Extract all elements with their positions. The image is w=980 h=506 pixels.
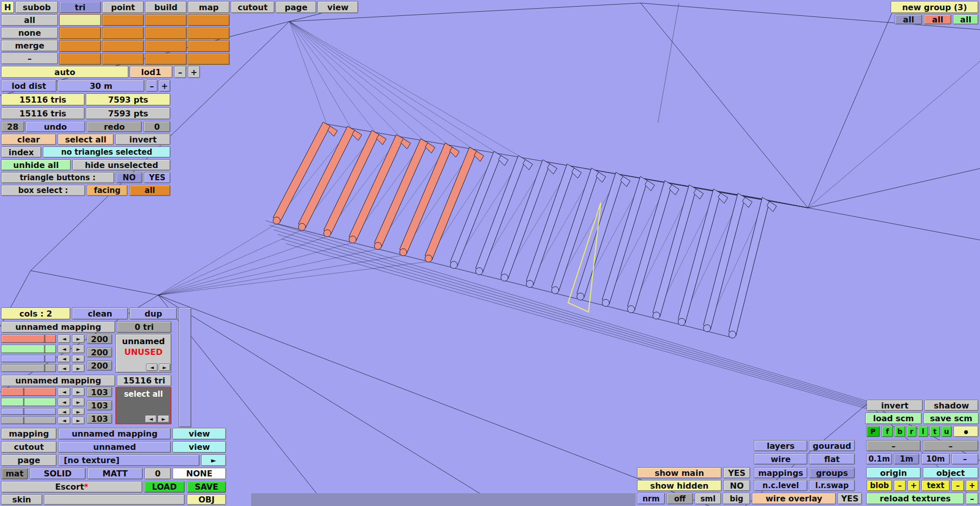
blue-value-2[interactable]: 103 [87,414,112,424]
cutout-view-button[interactable]: view [173,441,226,453]
page-row-label[interactable]: page [1,454,57,466]
lod-plus-button[interactable]: + [188,66,200,78]
show-hidden-state[interactable]: NO [723,480,750,491]
brightness-slider-2[interactable] [1,417,56,424]
mat-label[interactable]: mat [1,468,28,479]
unhide-all-button[interactable]: unhide all [1,159,71,171]
mapping2-name[interactable]: unnamed mapping [1,375,115,387]
mapping1-name[interactable]: unnamed mapping [1,321,115,333]
red-value-2[interactable]: 103 [87,387,112,397]
proj-u-button[interactable]: u [941,426,952,437]
green-left-arrow[interactable]: ◄ [58,345,70,353]
show-hidden-toggle[interactable]: show hidden [637,480,722,491]
swatch-cell[interactable] [59,53,101,65]
page-next-button[interactable]: ► [201,454,226,466]
swatch-cell[interactable] [145,14,187,26]
lr-swap-button[interactable]: l.r.swap [809,480,855,491]
reload-textures-button[interactable]: reload textures [866,493,964,504]
blob-button[interactable]: blob [867,480,892,491]
wire-button[interactable]: wire [754,453,807,465]
group-all-blue-button[interactable]: all [895,14,922,25]
mapping-row-value[interactable]: unnamed mapping [58,428,171,440]
lod-dist-minus-button[interactable]: – [146,80,158,92]
mat-solid-button[interactable]: SOLID [30,468,86,479]
brightness-left-arrow[interactable]: ◄ [58,364,70,372]
panel-scroll-gutter[interactable] [179,307,191,427]
swatch-cell[interactable] [102,27,144,39]
brightness-left-arrow-2[interactable]: ◄ [58,417,70,424]
red-slider-2[interactable] [1,388,56,396]
brightness-slider[interactable] [1,364,56,372]
brightness-right-arrow-2[interactable]: ► [72,417,85,424]
green-value-2[interactable]: 103 [87,400,112,411]
grid-10m-button[interactable]: 10m [921,453,950,465]
model-name-button[interactable]: Escort* [1,481,142,493]
red-value[interactable]: 200 [87,334,112,344]
shade-dash-2[interactable]: – [923,440,978,451]
swatch-cell[interactable] [102,40,144,52]
layers-button[interactable]: layers [754,440,807,451]
subobj-all-button[interactable]: all [1,14,58,26]
subobj-merge-button[interactable]: merge [1,40,58,52]
mapping1-prev-arrow[interactable]: ◄ [146,364,158,371]
swatch-cell[interactable] [59,27,101,39]
index-button[interactable]: index [1,147,41,158]
green-left-arrow-2[interactable]: ◄ [58,398,70,406]
mapping2-select-all-button[interactable]: select all [116,390,170,399]
mapping-row-label[interactable]: mapping [1,428,57,440]
nrm-sml-button[interactable]: sml [695,493,721,504]
swatch-cell[interactable] [145,27,187,39]
blue-right-arrow-2[interactable]: ► [72,408,85,415]
cutout-row-label[interactable]: cutout [1,441,57,453]
blob-plus-button[interactable]: + [908,480,920,491]
tab-cutout[interactable]: cutout [231,1,275,13]
mat-zero-value[interactable]: 0 [144,468,171,479]
blue-left-arrow-2[interactable]: ◄ [58,408,70,415]
wire-overlay-state[interactable]: YES [838,493,862,504]
show-main-state[interactable]: YES [723,467,750,478]
lod-dist-plus-button[interactable]: + [159,80,170,92]
swatch-cell[interactable] [188,53,230,65]
clear-button[interactable]: clear [1,134,56,145]
proj-r-button[interactable]: r [906,426,917,437]
swatch-cell[interactable] [145,40,187,52]
dup-button[interactable]: dup [130,307,177,320]
select-all-button[interactable]: select all [58,134,114,145]
red-slider[interactable] [1,334,56,343]
blue-right-arrow[interactable]: ► [72,355,85,363]
tab-subob[interactable]: subob [15,1,58,13]
swatch-cell[interactable] [188,14,230,26]
load-scm-button[interactable]: load scm [865,413,922,424]
mat-matt-button[interactable]: MATT [87,468,143,479]
tab-point[interactable]: point [102,1,144,13]
proj-dot-button[interactable]: ● [953,426,978,437]
groups-button[interactable]: groups [809,467,855,478]
grid-1m-button[interactable]: 1m [894,453,919,465]
subobj-none-button[interactable]: none [1,27,58,39]
lod-auto-button[interactable]: auto [1,66,129,78]
gouraud-button[interactable]: gouraud [809,440,855,451]
shadow-button[interactable]: shadow [924,400,978,411]
red-left-arrow[interactable]: ◄ [58,334,70,343]
green-value[interactable]: 200 [87,347,112,357]
red-left-arrow-2[interactable]: ◄ [58,388,70,396]
nrm-off-button[interactable]: off [667,493,693,504]
green-right-arrow-2[interactable]: ► [72,398,85,406]
cols-button[interactable]: cols : 2 [1,307,70,320]
page-row-value[interactable]: [no texture] [58,454,200,466]
green-slider[interactable] [1,345,56,353]
blue-left-arrow[interactable]: ◄ [58,355,70,363]
save-button[interactable]: SAVE [187,481,226,493]
tab-tri[interactable]: tri [59,1,101,13]
lod-minus-button[interactable]: – [174,66,186,78]
subobj-dash-button[interactable]: – [1,53,58,64]
grid-minus-button[interactable]: – [951,453,978,465]
tab-view[interactable]: view [317,1,358,13]
skin-name-field[interactable] [44,494,185,505]
save-scm-button[interactable]: save scm [923,413,979,424]
text-plus-button[interactable]: + [966,480,978,491]
swatch-cell[interactable] [59,40,101,52]
blue-slider[interactable] [1,355,56,363]
wire-overlay-toggle[interactable]: wire overlay [752,493,836,504]
swatch-cell[interactable] [102,14,144,26]
